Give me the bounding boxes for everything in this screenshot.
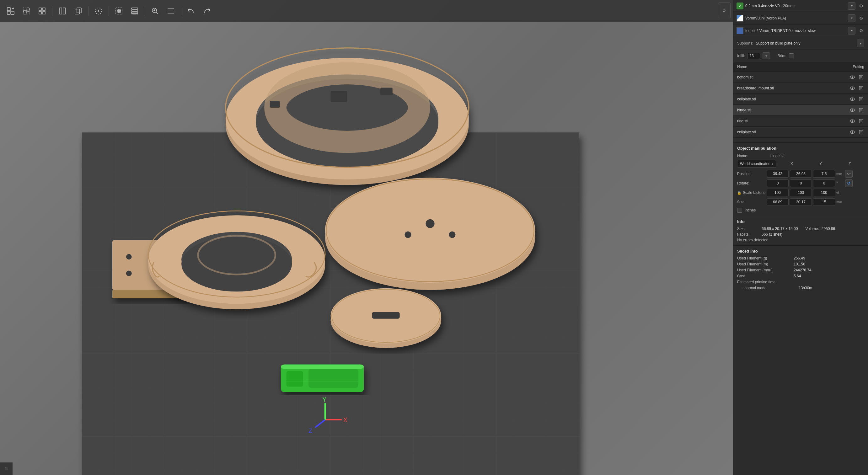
cost-row: Cost 5.64 — [737, 274, 864, 278]
manipulation-title: Object manipulation — [737, 146, 864, 151]
scale-y-input[interactable] — [790, 189, 812, 196]
inches-checkbox[interactable] — [737, 208, 742, 213]
layers-button[interactable] — [128, 4, 142, 18]
visibility-bottom-button[interactable] — [849, 74, 856, 80]
rotate-reset-button[interactable]: ↺ — [845, 180, 852, 187]
position-expand-button[interactable] — [845, 170, 852, 178]
separator-5 — [181, 6, 181, 16]
filament-g-row: Used Filament (g) 256.49 — [737, 256, 864, 260]
svg-line-30 — [156, 12, 158, 14]
check-symbol: ✓ — [738, 3, 742, 8]
print-dropdown-button[interactable]: ▾ — [848, 27, 856, 34]
supports-dropdown-button[interactable]: ▾ — [857, 39, 864, 47]
svg-rect-46 — [380, 88, 393, 96]
sliced-info-section: Sliced Info Used Filament (g) 256.49 Use… — [733, 246, 868, 295]
edit-cellplate1-button[interactable] — [858, 96, 864, 102]
search-zoom-button[interactable] — [148, 4, 162, 18]
visibility-cellplate2-button[interactable] — [849, 129, 856, 135]
object-name-cellplate2: cellplate.stl — [737, 130, 847, 134]
visibility-hinge-button[interactable] — [849, 107, 856, 113]
scale-lock-icon[interactable]: 🔒 — [737, 190, 742, 196]
print-settings-button[interactable]: ⚙ — [857, 27, 865, 34]
position-x-input[interactable] — [767, 170, 788, 178]
size-z-input[interactable] — [813, 198, 835, 206]
position-y-input[interactable] — [790, 170, 812, 178]
xyz-headers: X Y Z — [777, 162, 865, 166]
edit-bottom-button[interactable] — [858, 74, 864, 80]
infill-dropdown-button[interactable]: ▾ — [763, 53, 770, 59]
object-item-breadboard[interactable]: breadboard_mount.stl — [733, 83, 868, 94]
arrange-button[interactable] — [35, 4, 49, 18]
scale-x-input[interactable] — [767, 189, 788, 196]
svg-rect-7 — [23, 11, 26, 14]
svg-point-85 — [852, 88, 853, 89]
visibility-cellplate1-button[interactable] — [849, 96, 856, 102]
svg-rect-45 — [331, 91, 347, 102]
cost-label: Cost — [737, 274, 794, 278]
collapse-panel-button[interactable]: » — [718, 2, 731, 18]
nozzle-dropdown-button[interactable]: ▾ — [848, 2, 856, 10]
svg-text:X: X — [343, 416, 347, 423]
info-facets-label: Facets: — [737, 232, 759, 236]
object-item-bottom[interactable]: bottom.stl — [733, 72, 868, 83]
object-item-cellplate1[interactable]: cellplate.stl — [733, 94, 868, 105]
svg-rect-71 — [281, 365, 364, 369]
nozzle-settings-button[interactable]: ⚙ — [857, 2, 865, 10]
svg-rect-72 — [286, 371, 303, 386]
svg-rect-6 — [27, 8, 30, 11]
list-spacer — [733, 138, 868, 143]
settings-view-button[interactable] — [164, 4, 178, 18]
svg-rect-15 — [75, 9, 80, 14]
info-section: Info Size: 66.89 x 20.17 x 15.00 Volume:… — [733, 216, 868, 246]
inches-label: Inches — [745, 208, 756, 212]
svg-point-63 — [426, 219, 434, 228]
info-facets-row: Facets: 666 (1 shell) — [737, 232, 864, 236]
infill-input[interactable] — [747, 53, 760, 59]
info-title: Info — [737, 219, 864, 224]
filament-mm3-value: 244278.74 — [794, 268, 811, 272]
edit-breadboard-button[interactable] — [858, 85, 864, 91]
object-name-bottom: bottom.stl — [737, 75, 847, 80]
filament-dropdown-button[interactable]: ▾ — [848, 14, 856, 22]
scene-svg: X Y Z — [0, 22, 733, 475]
add-object-button[interactable] — [4, 4, 18, 18]
edit-hinge-button[interactable] — [858, 107, 864, 113]
object-item-hinge[interactable]: hinge.stl — [733, 105, 868, 116]
position-z-input[interactable] — [813, 170, 835, 178]
nozzle-profile-row: ✓ 0.2mm 0.4nozzle V0 - 20mms ▾ ⚙ — [733, 0, 868, 12]
rotate-x-input[interactable] — [767, 180, 788, 187]
nozzle-check-icon[interactable]: ✓ — [737, 2, 743, 9]
object-name-cellplate1: cellplate.stl — [737, 97, 847, 101]
size-y-input[interactable] — [790, 198, 812, 206]
svg-point-82 — [852, 76, 853, 78]
brim-checkbox[interactable] — [789, 53, 794, 58]
size-x-input[interactable] — [767, 198, 788, 206]
object-item-ring[interactable]: ring.stl — [733, 116, 868, 127]
position-row: Position: mm — [737, 170, 864, 178]
copy-button[interactable] — [71, 4, 85, 18]
redo-button[interactable] — [200, 4, 214, 18]
3d-viewport[interactable]: » — [0, 0, 733, 475]
3d-scene[interactable]: X Y Z — [0, 22, 733, 475]
rotate-z-input[interactable] — [813, 180, 835, 187]
nozzle-profile-label: 0.2mm 0.4nozzle V0 - 20mms — [745, 4, 846, 8]
select-button[interactable] — [20, 4, 33, 18]
size-unit: mm — [836, 200, 844, 204]
col-name-header: Name — [737, 65, 839, 69]
add-circle-button[interactable] — [92, 4, 105, 18]
svg-point-91 — [852, 109, 853, 111]
info-volume-value: 2950.86 — [822, 226, 835, 231]
visibility-breadboard-button[interactable] — [849, 85, 856, 91]
svg-rect-24 — [119, 11, 121, 13]
visibility-ring-button[interactable] — [849, 118, 856, 124]
cut-button[interactable] — [56, 4, 69, 18]
edit-cellplate2-button[interactable] — [858, 129, 864, 135]
edit-ring-button[interactable] — [858, 118, 864, 124]
undo-button[interactable] — [184, 4, 198, 18]
group-button[interactable] — [112, 4, 126, 18]
scale-z-input[interactable] — [813, 189, 835, 196]
object-item-cellplate2[interactable]: cellplate.stl — [733, 127, 868, 138]
filament-settings-button[interactable]: ⚙ — [857, 14, 865, 22]
rotate-y-input[interactable] — [790, 180, 812, 187]
world-coords-dropdown[interactable]: World coordinates ▾ — [737, 160, 776, 167]
